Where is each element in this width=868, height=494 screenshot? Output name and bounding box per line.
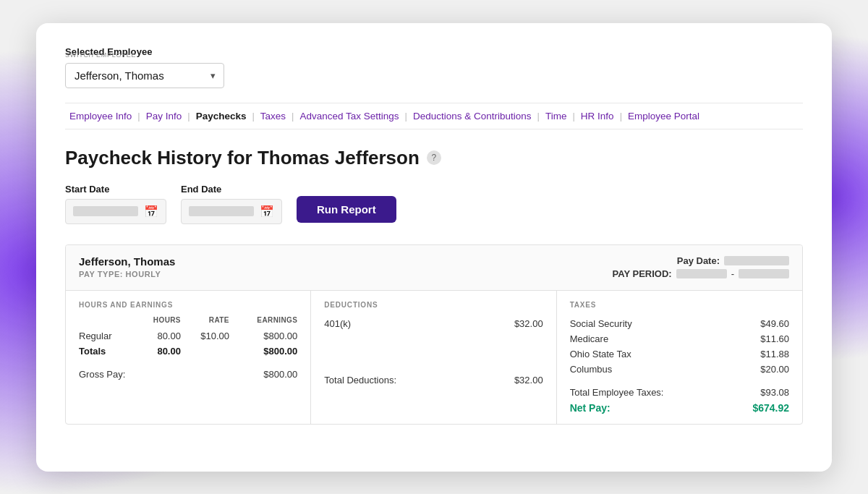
nav-sep-7: | (571, 111, 576, 122)
nav-deductions[interactable]: Deductions & Contributions (409, 111, 536, 122)
gross-pay-value: $800.00 (263, 369, 297, 380)
employee-select-wrapper: SWITCH EMPLOYEE Jefferson, Thomas ▾ (65, 63, 224, 88)
switch-employee-label: SWITCH EMPLOYEE (65, 51, 136, 59)
nav-taxes[interactable]: Taxes (256, 111, 290, 122)
nav-paychecks[interactable]: Paychecks (192, 111, 251, 122)
calendar-icon-end[interactable]: 📅 (260, 205, 274, 218)
nav-bar: Employee Info | Pay Info | Paychecks | T… (65, 103, 803, 129)
nav-employee-info[interactable]: Employee Info (65, 111, 136, 122)
nav-hr-info[interactable]: HR Info (576, 111, 618, 122)
nav-employee-portal[interactable]: Employee Portal (624, 111, 704, 122)
paycheck-container: Jefferson, Thomas PAY TYPE: HOURLY Pay D… (65, 244, 803, 425)
totals-row: Totals 80.00 $800.00 (79, 344, 297, 359)
ded-total-value: $32.00 (514, 375, 543, 386)
pay-period-row: PAY PERIOD: - (613, 268, 789, 279)
totals-rate (181, 344, 229, 359)
pay-period-label: PAY PERIOD: (613, 268, 672, 279)
end-date-group: End Date 📅 (181, 184, 282, 224)
tax-value-ohio: $11.88 (760, 349, 789, 359)
page-title: Paycheck History for Thomas Jefferson (65, 147, 420, 169)
nav-advanced-tax[interactable]: Advanced Tax Settings (296, 111, 404, 122)
nav-sep-6: | (536, 111, 541, 122)
nav-sep-2: | (186, 111, 191, 122)
calendar-icon-start[interactable]: 📅 (144, 205, 158, 218)
start-date-input[interactable]: 📅 (65, 199, 166, 224)
employee-select[interactable]: Jefferson, Thomas (65, 63, 224, 88)
tax-value-medicare: $11.60 (760, 333, 789, 344)
tax-row-medicare: Medicare $11.60 (570, 331, 789, 346)
pay-period-start (676, 269, 727, 278)
row-label: Regular (79, 328, 135, 344)
row-earnings: $800.00 (229, 328, 297, 344)
end-date-fill (189, 206, 254, 216)
run-report-button[interactable]: Run Report (297, 196, 396, 223)
net-pay-value: $674.92 (752, 402, 789, 414)
tax-label-ohio: Ohio State Tax (570, 349, 631, 359)
paycheck-body: HOURS AND EARNINGS HOURS RATE EARNINGS R… (66, 291, 802, 424)
deductions-col: DEDUCTIONS 401(k) $32.00 Total Deduction… (311, 291, 556, 424)
ded-total-label: Total Deductions: (324, 375, 396, 386)
deductions-header: DEDUCTIONS (324, 301, 542, 309)
paycheck-header-left: Jefferson, Thomas PAY TYPE: HOURLY (79, 255, 175, 278)
tax-label-medicare: Medicare (570, 333, 608, 344)
start-date-label: Start Date (65, 184, 166, 195)
ded-value: $32.00 (514, 318, 543, 329)
tax-label-ss: Social Security (570, 318, 632, 329)
start-date-fill (73, 206, 138, 216)
tax-total-label: Total Employee Taxes: (570, 387, 664, 398)
tax-label-columbus: Columbus (570, 364, 613, 375)
help-icon[interactable]: ? (427, 150, 441, 165)
col-hours-header: HOURS (135, 316, 181, 328)
row-hours: 80.00 (135, 328, 181, 344)
tax-value-columbus: $20.00 (760, 364, 789, 375)
end-date-input[interactable]: 📅 (181, 199, 282, 224)
selected-employee-label: Selected Employee (65, 46, 803, 57)
deductions-total-row: Total Deductions: $32.00 (324, 375, 542, 386)
tax-total-value: $93.08 (760, 387, 789, 398)
paycheck-header-right: Pay Date: PAY PERIOD: - (613, 255, 789, 281)
tax-row-columbus: Columbus $20.00 (570, 362, 789, 377)
end-date-label: End Date (181, 184, 282, 195)
pay-date-label: Pay Date: (677, 255, 720, 266)
ded-label: 401(k) (324, 318, 351, 329)
pay-period-dash: - (731, 268, 734, 279)
date-range-row: Start Date 📅 End Date 📅 Run Report (65, 184, 803, 224)
col-earnings-header: EARNINGS (229, 316, 297, 328)
deduction-row-401k: 401(k) $32.00 (324, 316, 542, 331)
row-rate: $10.00 (181, 328, 229, 344)
nav-pay-info[interactable]: Pay Info (142, 111, 187, 122)
main-card: Selected Employee SWITCH EMPLOYEE Jeffer… (36, 23, 832, 472)
start-date-group: Start Date 📅 (65, 184, 166, 224)
pay-date-row: Pay Date: (613, 255, 789, 266)
gross-pay-label: Gross Pay: (79, 369, 125, 380)
tax-total-row: Total Employee Taxes: $93.08 (570, 387, 789, 398)
col-label-header (79, 316, 135, 328)
paycheck-header: Jefferson, Thomas PAY TYPE: HOURLY Pay D… (66, 245, 802, 291)
net-pay-row: Net Pay: $674.92 (570, 402, 789, 414)
hours-earnings-header: HOURS AND EARNINGS (79, 301, 297, 309)
totals-label: Totals (79, 344, 135, 359)
totals-earnings: $800.00 (229, 344, 297, 359)
nav-sep-4: | (290, 111, 295, 122)
gross-pay-row: Gross Pay: $800.00 (79, 369, 297, 380)
taxes-col: TAXES Social Security $49.60 Medicare $1… (557, 291, 802, 424)
tax-row-social-security: Social Security $49.60 (570, 316, 789, 331)
tax-row-ohio: Ohio State Tax $11.88 (570, 346, 789, 362)
totals-hours: 80.00 (135, 344, 181, 359)
nav-time[interactable]: Time (541, 111, 571, 122)
table-row: Regular 80.00 $10.00 $800.00 (79, 328, 297, 344)
pay-type-label: PAY TYPE: HOURLY (79, 270, 175, 278)
taxes-header: TAXES (570, 301, 789, 309)
tax-value-ss: $49.60 (760, 318, 789, 329)
hours-earnings-table: HOURS RATE EARNINGS Regular 80.00 $10.00… (79, 316, 297, 359)
paycheck-employee-name: Jefferson, Thomas (79, 255, 175, 268)
page-title-row: Paycheck History for Thomas Jefferson ? (65, 147, 803, 169)
col-rate-header: RATE (181, 316, 229, 328)
nav-sep-1: | (136, 111, 141, 122)
nav-sep-8: | (618, 111, 624, 122)
net-pay-label: Net Pay: (570, 402, 610, 414)
pay-period-end (739, 269, 789, 278)
pay-date-value (724, 256, 789, 265)
nav-sep-5: | (404, 111, 409, 122)
nav-sep-3: | (250, 111, 255, 122)
